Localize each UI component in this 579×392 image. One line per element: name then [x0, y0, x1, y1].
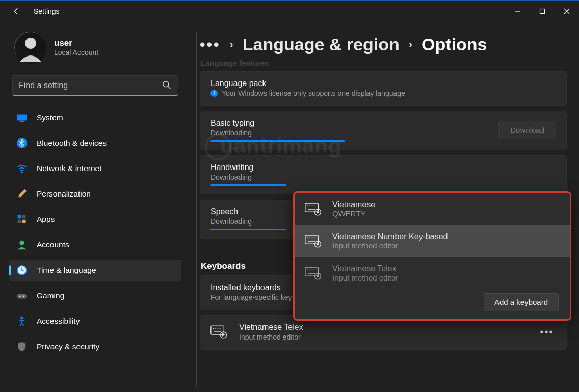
- svg-point-16: [19, 241, 24, 245]
- clock-globe-icon: [16, 265, 28, 276]
- option-sub: Input method editor: [332, 273, 398, 282]
- bluetooth-icon: [16, 137, 28, 149]
- maximize-button[interactable]: [530, 3, 555, 19]
- keyboard-option-vietnamese-telex[interactable]: Vietnamese Telex Input method editor: [295, 257, 570, 289]
- minimize-button[interactable]: [506, 3, 530, 19]
- svg-rect-37: [305, 235, 319, 244]
- progress-bar: [210, 140, 345, 142]
- keyboard-option-vietnamese-number-key[interactable]: Vietnamese Number Key-based Input method…: [295, 225, 570, 257]
- svg-point-20: [19, 296, 20, 297]
- download-button[interactable]: Download: [498, 121, 556, 139]
- svg-rect-1: [540, 9, 545, 14]
- svg-rect-44: [305, 267, 319, 276]
- sidebar-item-label: Bluetooth & devices: [37, 138, 107, 148]
- user-name: user: [54, 38, 98, 48]
- keyboard-icon: [210, 325, 227, 339]
- progress-bar: [210, 229, 286, 230]
- breadcrumb-parent[interactable]: Language & region: [243, 35, 400, 54]
- sidebar-item-network[interactable]: Network & internet: [9, 158, 181, 179]
- svg-point-21: [23, 296, 24, 297]
- sidebar-item-label: Gaming: [37, 291, 64, 300]
- sidebar-item-accessibility[interactable]: Accessibility: [9, 311, 181, 332]
- svg-point-22: [21, 317, 23, 319]
- popup-footer: Installed keyboards For language-specifi…: [295, 289, 570, 319]
- sidebar-item-label: Time & language: [37, 266, 96, 275]
- popup-add-keyboard-button[interactable]: Add a keyboard: [484, 293, 559, 311]
- sidebar-item-label: Accounts: [37, 240, 69, 249]
- svg-point-6: [163, 81, 169, 87]
- svg-rect-13: [22, 215, 26, 219]
- sidebar-item-gaming[interactable]: Gaming: [9, 285, 181, 306]
- option-sub: QWERTY: [332, 209, 375, 218]
- shield-icon: [16, 341, 28, 352]
- breadcrumb: ••• › Language & region › Options: [200, 35, 567, 54]
- progress-bar: [210, 184, 286, 186]
- keyboard-icon: [305, 203, 321, 216]
- paint-icon: [16, 188, 28, 200]
- keyboard-title: Vietnamese Telex: [239, 323, 303, 332]
- breadcrumb-overflow[interactable]: •••: [200, 37, 221, 52]
- svg-rect-19: [17, 294, 27, 298]
- search-icon: [162, 80, 173, 91]
- more-button[interactable]: •••: [538, 323, 556, 341]
- chevron-right-icon: ›: [409, 38, 412, 51]
- chevron-right-icon: ›: [230, 38, 233, 51]
- sidebar-item-label: Network & internet: [37, 164, 102, 173]
- account-icon: [16, 239, 28, 250]
- svg-rect-8: [17, 115, 27, 121]
- svg-point-5: [25, 38, 36, 49]
- card-handwriting[interactable]: Handwriting Downloading: [200, 155, 567, 194]
- sidebar-item-personalization[interactable]: Personalization: [9, 183, 181, 205]
- svg-rect-30: [305, 203, 319, 212]
- svg-rect-23: [211, 326, 224, 334]
- keyboard-sub: Input method editor: [239, 333, 303, 341]
- option-title: Vietnamese Telex: [332, 264, 398, 273]
- keyboard-icon: [305, 267, 321, 280]
- sidebar-item-label: Accessibility: [37, 317, 80, 326]
- keyboard-option-vietnamese-qwerty[interactable]: Vietnamese QWERTY: [295, 193, 570, 225]
- keyboard-icon: [305, 235, 321, 248]
- card-language-pack[interactable]: Language pack Your Windows license only …: [200, 71, 567, 106]
- option-title: Vietnamese Number Key-based: [332, 232, 448, 241]
- option-sub: Input method editor: [332, 241, 448, 250]
- avatar: [14, 32, 46, 63]
- svg-rect-9: [20, 121, 23, 121]
- accessibility-icon: [16, 316, 28, 327]
- sidebar-item-system[interactable]: System: [9, 107, 181, 128]
- sidebar-item-label: System: [37, 113, 63, 122]
- sidebar: user Local Account System Bluetooth &: [0, 22, 188, 392]
- back-button[interactable]: [11, 6, 21, 16]
- user-block[interactable]: user Local Account: [9, 27, 181, 72]
- svg-line-7: [168, 86, 171, 89]
- card-title: Language pack: [210, 79, 556, 88]
- breadcrumb-current: Options: [422, 35, 487, 54]
- sidebar-item-privacy[interactable]: Privacy & security: [9, 336, 181, 357]
- window-controls: [506, 3, 579, 19]
- close-button[interactable]: [555, 3, 579, 19]
- card-status: Downloading: [210, 173, 556, 181]
- info-icon: [210, 90, 218, 97]
- card-basic-typing[interactable]: Basic typing Downloading Download: [200, 111, 567, 150]
- search-box[interactable]: [12, 75, 178, 96]
- nav-list: System Bluetooth & devices Network & int…: [9, 107, 181, 361]
- sidebar-item-apps[interactable]: Apps: [9, 209, 181, 230]
- system-icon: [16, 112, 28, 123]
- add-keyboard-popup: Vietnamese QWERTY Vietnamese Number Key-…: [293, 191, 571, 321]
- svg-point-11: [21, 172, 22, 173]
- svg-rect-14: [18, 220, 21, 223]
- apps-icon: [16, 214, 28, 225]
- card-title: Handwriting: [210, 163, 556, 172]
- wifi-icon: [16, 163, 28, 174]
- card-status: Downloading: [210, 129, 490, 137]
- sidebar-item-time-language[interactable]: Time & language: [9, 260, 181, 281]
- card-title: Basic typing: [210, 119, 490, 128]
- sidebar-item-bluetooth[interactable]: Bluetooth & devices: [9, 132, 181, 154]
- sidebar-item-accounts[interactable]: Accounts: [9, 234, 181, 256]
- sidebar-item-label: Personalization: [37, 189, 91, 199]
- card-note: Your Windows license only supports one d…: [210, 89, 556, 97]
- search-input[interactable]: [19, 81, 162, 90]
- section-header-features: Language features: [201, 59, 567, 67]
- gaming-icon: [16, 290, 28, 301]
- app-title: Settings: [34, 7, 60, 15]
- titlebar: Settings: [0, 0, 579, 22]
